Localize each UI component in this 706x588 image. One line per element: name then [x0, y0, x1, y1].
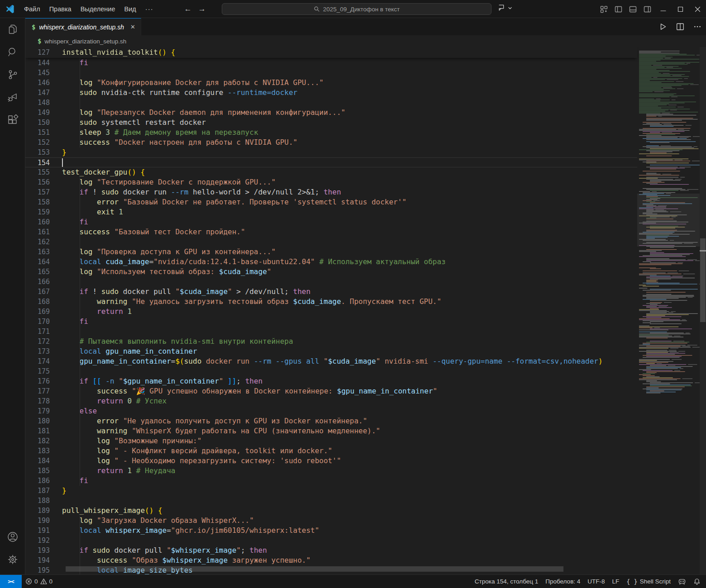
line-number[interactable]: 185: [25, 466, 62, 476]
code-line[interactable]: 147 sudo nvidia-ctk runtime configure --…: [25, 88, 637, 98]
code-line[interactable]: 177 success "🎉 GPU успешно обнаружен в D…: [25, 386, 637, 396]
line-number[interactable]: 163: [25, 247, 62, 257]
line-number[interactable]: 187: [25, 486, 62, 496]
encoding[interactable]: UTF-8: [584, 575, 608, 588]
minimap[interactable]: [637, 47, 700, 574]
line-number[interactable]: 192: [25, 536, 62, 545]
line-number[interactable]: 160: [25, 217, 62, 227]
line-number[interactable]: 190: [25, 516, 62, 526]
toggle-sidebar-icon[interactable]: [615, 5, 622, 13]
vertical-scrollbar[interactable]: [700, 47, 706, 574]
code-line[interactable]: 175: [25, 366, 637, 376]
breadcrumb[interactable]: $ whisperx_diarization_setup.sh: [25, 35, 706, 47]
code-line[interactable]: 192: [25, 536, 637, 545]
editor[interactable]: 127install_nvidia_toolkit() { 144 fi1451…: [25, 47, 706, 574]
line-number[interactable]: 178: [25, 396, 62, 406]
code-line[interactable]: 162: [25, 237, 637, 247]
code-line[interactable]: 183 log " - Конфликт версий драйвера, to…: [25, 446, 637, 456]
line-number[interactable]: 150: [25, 118, 62, 128]
code-line[interactable]: 156 log "Тестирование Docker с поддержко…: [25, 177, 637, 187]
line-number[interactable]: 127: [25, 47, 62, 58]
code-line[interactable]: 145: [25, 68, 637, 78]
line-number[interactable]: 182: [25, 436, 62, 446]
notifications[interactable]: [690, 575, 706, 588]
line-number[interactable]: 152: [25, 138, 62, 147]
code-line[interactable]: 185 return 1 # Неудача: [25, 466, 637, 476]
line-number[interactable]: 168: [25, 297, 62, 307]
line-number[interactable]: 157: [25, 187, 62, 197]
code-line[interactable]: 160 fi: [25, 217, 637, 227]
code-line[interactable]: 194 success "Образ $whisperx_image загру…: [25, 555, 637, 565]
code-line[interactable]: 165 log "Используем тестовый образ: $cud…: [25, 267, 637, 277]
code-line[interactable]: 149 log "Перезапуск Docker daemon для пр…: [25, 108, 637, 118]
minimap-slider[interactable]: [637, 194, 700, 247]
code-line[interactable]: 180 error "Не удалось получить доступ к …: [25, 416, 637, 426]
code-line[interactable]: 178 return 0 # Успех: [25, 396, 637, 406]
code-line[interactable]: 161 success "Базовый тест Docker пройден…: [25, 227, 637, 237]
code-line[interactable]: 152 success "Docker настроен для работы …: [25, 138, 637, 147]
tab-whisperx-setup[interactable]: $ whisperx_diarization_setup.sh ✕: [25, 18, 141, 35]
line-number[interactable]: 179: [25, 406, 62, 416]
settings-gear-icon[interactable]: [0, 548, 25, 571]
tab-close-icon[interactable]: ✕: [130, 24, 135, 30]
line-number[interactable]: 175: [25, 366, 62, 376]
toggle-panel-icon[interactable]: [629, 5, 637, 13]
line-number[interactable]: 164: [25, 257, 62, 267]
line-number[interactable]: 148: [25, 98, 62, 108]
line-number[interactable]: 189: [25, 506, 62, 516]
code-line[interactable]: 182 log "Возможные причины:": [25, 436, 637, 446]
line-number[interactable]: 183: [25, 446, 62, 456]
code-line[interactable]: 159 exit 1: [25, 207, 637, 217]
code-line[interactable]: 179 else: [25, 406, 637, 416]
sticky-code-line[interactable]: 127install_nvidia_toolkit() {: [25, 47, 637, 58]
line-number[interactable]: 144: [25, 58, 62, 68]
line-number[interactable]: 176: [25, 376, 62, 386]
horizontal-scrollbar-thumb[interactable]: [66, 566, 563, 572]
code-line[interactable]: 168 warning "Не удалось загрузить тестов…: [25, 297, 637, 307]
menu-view[interactable]: Вид: [119, 3, 140, 15]
code-line[interactable]: 153}: [25, 147, 637, 157]
code-line[interactable]: 187}: [25, 486, 637, 496]
line-number[interactable]: 159: [25, 207, 62, 217]
code-line[interactable]: 186 fi: [25, 476, 637, 486]
code-line[interactable]: 193 if sudo docker pull "$whisperx_image…: [25, 545, 637, 555]
code-line[interactable]: 170 fi: [25, 317, 637, 327]
line-number[interactable]: 147: [25, 88, 62, 98]
line-number[interactable]: 195: [25, 565, 62, 574]
nav-back-button[interactable]: ←: [184, 5, 192, 14]
code-line[interactable]: 173 local gpu_name_in_container: [25, 346, 637, 356]
code-line[interactable]: 191 local whisperx_image="ghcr.io/jim601…: [25, 526, 637, 536]
code-line[interactable]: 171: [25, 327, 637, 337]
line-number[interactable]: 153: [25, 147, 62, 157]
code-line[interactable]: 172 # Пытаемся выполнить nvidia-smi внут…: [25, 337, 637, 346]
code-line[interactable]: 163 log "Проверка доступа к GPU из конте…: [25, 247, 637, 257]
code-line[interactable]: 146 log "Конфигурирование Docker для раб…: [25, 78, 637, 88]
copilot-button[interactable]: [498, 4, 512, 12]
code-line[interactable]: 148: [25, 98, 637, 108]
line-number[interactable]: 181: [25, 426, 62, 436]
code-line[interactable]: 190 log "Загрузка Docker образа WhisperX…: [25, 516, 637, 526]
code-line[interactable]: 167 if ! sudo docker pull "$cuda_image" …: [25, 287, 637, 297]
customize-layout-icon[interactable]: [600, 5, 608, 13]
maximize-button[interactable]: [672, 0, 689, 18]
run-file-button[interactable]: [659, 23, 667, 31]
line-number[interactable]: 180: [25, 416, 62, 426]
toggle-secondary-sidebar-icon[interactable]: [644, 5, 651, 13]
copilot-status[interactable]: [674, 575, 690, 588]
code-line[interactable]: 157 if ! sudo docker run --rm hello-worl…: [25, 187, 637, 197]
menu-edit[interactable]: Правка: [45, 3, 76, 15]
line-number[interactable]: 191: [25, 526, 62, 536]
command-center-search[interactable]: 2025_09_Диктофон в текст: [222, 3, 491, 15]
remote-indicator[interactable]: ><: [0, 575, 22, 588]
code-line[interactable]: 169 return 1: [25, 307, 637, 317]
explorer-icon[interactable]: [0, 18, 25, 41]
line-number[interactable]: 146: [25, 78, 62, 88]
code-line[interactable]: 188: [25, 496, 637, 506]
line-number[interactable]: 172: [25, 337, 62, 346]
line-number[interactable]: 174: [25, 356, 62, 366]
language-mode[interactable]: { } Shell Script: [623, 575, 674, 588]
code-line[interactable]: 176 if [[ -n "$gpu_name_in_container" ]]…: [25, 376, 637, 386]
line-number[interactable]: 155: [25, 167, 62, 177]
menu-file[interactable]: Файл: [19, 3, 45, 15]
code-line[interactable]: 189pull_whisperx_image() {: [25, 506, 637, 516]
